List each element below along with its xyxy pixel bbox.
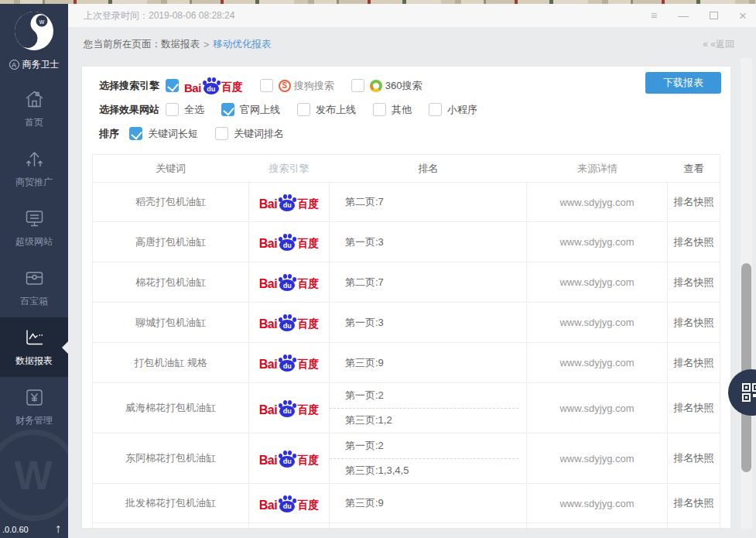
qr-code-icon [741, 382, 756, 403]
vertical-scrollbar[interactable] [741, 58, 752, 529]
close-icon[interactable]: × [739, 9, 747, 22]
table-row: 聊城打包机油缸 Bai du 百度 第一页:3 www.sdyjyg.com 排… [93, 302, 720, 342]
sidebar-item-data-report[interactable]: 数据报表 [0, 317, 68, 377]
source-cell [527, 523, 668, 529]
360-checkbox[interactable] [351, 79, 364, 92]
watermark-letter: W [14, 452, 52, 499]
engine-cell: Bai du 百度 [248, 383, 330, 433]
keyword-cell: 高唐打包机油缸 [93, 222, 248, 262]
engine-option-baidu[interactable]: Bai du 百度 [166, 77, 243, 94]
keyword-length-checkbox[interactable] [129, 127, 142, 140]
sidebar-item-finance[interactable]: 财务管理 [0, 377, 68, 437]
snapshot-link[interactable]: 排名快照 [668, 343, 720, 382]
breadcrumb-prefix: 您当前所在页面： [84, 38, 161, 51]
baidu-bai-text: Bai [184, 81, 201, 94]
header-engine: 搜索引擎 [248, 162, 330, 176]
snapshot-link[interactable]: 排名快照 [668, 484, 720, 523]
source-cell: www.sdyjyg.com [527, 433, 668, 483]
360-label: 360搜索 [385, 79, 422, 93]
snapshot-link[interactable]: 排名快照 [668, 383, 720, 433]
source-cell: www.sdyjyg.com [527, 183, 668, 221]
snapshot-link[interactable]: 排名快照 [668, 222, 720, 262]
home-icon [24, 89, 45, 109]
back-link[interactable]: « «返回 [703, 38, 734, 51]
sort-option-length[interactable]: 关键词长短 [129, 127, 198, 141]
snapshot-link [668, 523, 720, 529]
menu-icon[interactable]: ≡ [651, 10, 657, 21]
site-option-official[interactable]: 官网上线 [221, 103, 280, 117]
table-row: 高唐打包机油缸 Bai du 百度 第一页:3 www.sdyjyg.com 排… [93, 221, 720, 262]
keyword-cell [93, 523, 248, 529]
header-source: 来源详情 [527, 162, 668, 176]
snapshot-link[interactable]: 排名快照 [668, 262, 720, 302]
official-checkbox[interactable] [221, 103, 234, 116]
sidebar-item-label: 超级网站 [15, 235, 53, 248]
baidu-logo-icon: Bai du 百度 [259, 495, 319, 512]
sidebar-item-promotion[interactable]: 商贸推广 [0, 139, 68, 198]
baidu-checkbox[interactable] [166, 79, 179, 92]
keyword-cell: 稻壳打包机油缸 [93, 183, 248, 221]
scrollbar-thumb[interactable] [741, 263, 751, 472]
promotion-icon [24, 149, 45, 169]
snapshot-link[interactable]: 排名快照 [668, 433, 720, 483]
website-icon [24, 208, 45, 228]
table-row: 批发棉花打包机油缸 Bai du 百度 第三页:9 www.sdyjyg.com… [93, 483, 720, 523]
sidebar-item-toolbox[interactable]: 百宝箱 [0, 258, 68, 317]
rank-cell: 第一页:2 第三页:1,3,4,5 [330, 433, 527, 483]
site-option-publish[interactable]: 发布上线 [297, 103, 356, 117]
baidu-logo-icon: Bai du 百度 [259, 233, 319, 251]
version-label: .0.0.60 [2, 525, 29, 534]
engine-cell: Bai du 百度 [248, 303, 330, 342]
minimize-icon[interactable]: — [678, 10, 689, 21]
window-controls: ≡ — × [651, 9, 747, 22]
brand-name: 商务卫士 [22, 58, 60, 71]
miniprogram-checkbox[interactable] [429, 103, 442, 116]
engine-option-sogou[interactable]: S 搜狗搜索 [260, 79, 334, 93]
baidu-paw-icon: du [202, 77, 221, 94]
update-arrow-icon[interactable]: ↑ [55, 522, 61, 536]
engine-cell: Bai du 百度 [248, 183, 330, 221]
publish-checkbox[interactable] [297, 103, 310, 116]
site-option-miniprogram[interactable]: 小程序 [429, 103, 477, 117]
toolbox-icon [24, 268, 45, 288]
keyword-cell: 东阿棉花打包机油缸 [93, 433, 248, 483]
sidebar-item-website[interactable]: 超级网站 [0, 198, 68, 258]
baidu-logo-icon: Bai du 百度 [259, 273, 319, 291]
sidebar-item-label: 数据报表 [15, 355, 53, 368]
breadcrumb-current-link[interactable]: 移动优化报表 [213, 38, 271, 51]
yinyang-logo-icon: w [14, 11, 54, 51]
engine-cell: Bai du 百度 [248, 484, 330, 523]
snapshot-link[interactable]: 排名快照 [668, 183, 720, 221]
site-option-all[interactable]: 全选 [166, 103, 204, 117]
sort-option-label: 关键词排名 [234, 127, 284, 141]
360-icon [370, 80, 382, 92]
site-option-label: 全选 [184, 103, 204, 117]
baidu-cn-text: 百度 [221, 81, 243, 94]
sort-option-rank[interactable]: 关键词排名 [215, 127, 284, 141]
rank-line: 第三页:1,2 [330, 409, 526, 433]
rank-line: 第三页:1,3,4,5 [330, 459, 526, 484]
snapshot-link[interactable]: 排名快照 [668, 303, 720, 342]
engine-option-360[interactable]: 360搜索 [351, 79, 422, 93]
sort-option-label: 关键词长短 [148, 127, 198, 141]
sogou-label: 搜狗搜索 [294, 79, 334, 93]
keyword-rank-checkbox[interactable] [215, 127, 228, 140]
sidebar-item-home[interactable]: 首页 [0, 79, 68, 139]
rank-cell: 第一页:3 [330, 303, 527, 342]
keyword-cell: 聊城打包机油缸 [93, 303, 248, 342]
site-option-other[interactable]: 其他 [373, 103, 412, 117]
sogou-checkbox[interactable] [260, 79, 273, 92]
keyword-cell: 批发棉花打包机油缸 [93, 484, 248, 523]
sidebar-item-label: 商贸推广 [15, 176, 53, 189]
maximize-icon[interactable] [710, 12, 718, 19]
all-checkbox[interactable] [166, 103, 179, 116]
engine-cell: Bai du 百度 [248, 262, 330, 302]
keyword-cell: 棉花打包机油缸 [93, 262, 248, 302]
keyword-cell: 威海棉花打包机油缸 [93, 383, 248, 433]
download-report-button[interactable]: 下载报表 [645, 72, 721, 94]
sidebar-menu: 首页 商贸推广 超级网站 [0, 79, 68, 437]
other-checkbox[interactable] [373, 103, 386, 116]
breadcrumb-section: 数据报表 [161, 38, 200, 51]
titlebar: 上次登录时间：2019-08-06 08:28:24 ≡ — × [68, 4, 756, 27]
table-row: 棉花打包机油缸 Bai du 百度 第二页:7 www.sdyjyg.com 排… [93, 262, 720, 302]
